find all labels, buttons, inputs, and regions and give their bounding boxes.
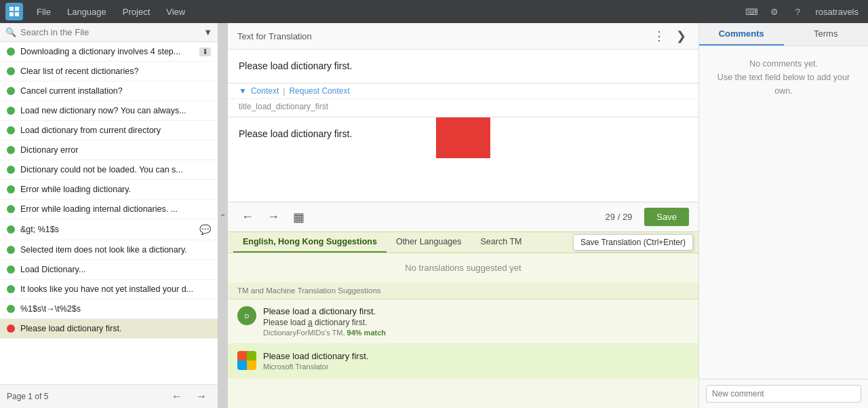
right-panel-body: No comments yet. Use the text field belo…: [699, 46, 868, 379]
sidebar-item[interactable]: Downloading a dictionary involves 4 step…: [0, 42, 218, 62]
sidebar-item-text: Cancel current installation?: [20, 86, 211, 96]
source-text: Please load dictionary first.: [239, 60, 352, 71]
prev-page-button[interactable]: ←: [167, 389, 186, 404]
status-dot: [7, 265, 15, 274]
tab-english-hk[interactable]: English, Hong Kong Suggestions: [233, 232, 387, 253]
suggestion-body-2: Please load dictionary first. Microsoft …: [263, 351, 689, 371]
suggestion-icon-ms: [237, 351, 256, 370]
status-dot: [7, 324, 15, 333]
sidebar-footer: Page 1 of 5 ← →: [0, 384, 218, 408]
tab-search-tm[interactable]: Search TM: [471, 232, 532, 253]
page-count: 29 / 29: [606, 212, 633, 222]
target-text: Please load dictionary first.: [239, 128, 352, 139]
sidebar-item[interactable]: It looks like you have not yet installed…: [0, 280, 218, 299]
sidebar-item[interactable]: Dictionary error: [0, 141, 218, 160]
tab-comments[interactable]: Comments: [699, 23, 784, 45]
status-dot: [7, 107, 15, 115]
sidebar-item-text: Load dictionary from current directory: [20, 126, 211, 135]
search-input[interactable]: [20, 27, 199, 37]
sidebar-item-text: Downloading a dictionary involves 4 step…: [20, 47, 194, 56]
menu-language[interactable]: Language: [60, 4, 113, 20]
translation-title: Text for Translation: [237, 31, 645, 41]
sidebar-item-text: Clear list of recent dictionaries?: [20, 67, 211, 76]
context-row: ▼ Context | Request Context: [228, 84, 698, 99]
status-dot: [7, 305, 15, 313]
status-dot: [7, 146, 15, 154]
suggestions-tabs: English, Hong Kong Suggestions Other Lan…: [228, 232, 698, 253]
status-dot: [7, 225, 15, 234]
user-label: rosatravels: [811, 7, 863, 17]
expand-button[interactable]: ❯: [673, 29, 689, 43]
menu-project[interactable]: Project: [116, 4, 157, 20]
context-toggle[interactable]: ▼: [239, 86, 247, 96]
filter-icon[interactable]: ▼: [203, 27, 212, 37]
save-button[interactable]: Save: [644, 208, 689, 226]
context-link[interactable]: Context: [251, 86, 279, 96]
sidebar-item[interactable]: Load Dictionary...: [0, 260, 218, 280]
collapse-sidebar-button[interactable]: ‹: [218, 23, 228, 408]
translation-controls: ← → ▦ 29 / 29 Save: [228, 202, 698, 231]
suggestion-main-text-1: Please load a dictionary first.: [263, 306, 689, 316]
suggestion-item-2[interactable]: Please load dictionary first. Microsoft …: [228, 344, 698, 378]
sidebar-item[interactable]: Dictionary could not be loaded. You can …: [0, 160, 218, 180]
more-options-button[interactable]: ⋮: [650, 29, 668, 43]
menu-file[interactable]: File: [30, 4, 58, 20]
comment-icon: 💬: [199, 224, 211, 235]
tab-other-languages[interactable]: Other Languages: [387, 232, 471, 253]
status-dot: [7, 48, 15, 56]
status-dot: [7, 205, 15, 213]
translation-area: Text for Translation ⋮ ❯ Please load dic…: [228, 23, 698, 231]
sidebar-item-text: Dictionary could not be loaded. You can …: [20, 165, 211, 174]
tab-terms[interactable]: Terms: [784, 23, 869, 45]
sidebar: 🔍 ▼ Downloading a dictionary involves 4 …: [0, 23, 218, 408]
sidebar-item[interactable]: Cancel current installation?: [0, 81, 218, 101]
menu-view[interactable]: View: [159, 4, 192, 20]
svg-text:D: D: [245, 313, 250, 320]
next-page-button[interactable]: →: [192, 389, 211, 404]
status-dot: [7, 126, 15, 134]
sidebar-item[interactable]: Error while loading dictionary.: [0, 180, 218, 200]
suggestion-icon-1: D: [237, 306, 256, 325]
main-content: Text for Translation ⋮ ❯ Please load dic…: [228, 23, 698, 408]
status-dot: [7, 87, 15, 95]
sidebar-item[interactable]: Clear list of recent dictionaries?: [0, 62, 218, 81]
search-icon: 🔍: [5, 27, 16, 37]
app-icon: [5, 3, 23, 20]
copy-source-button[interactable]: ▦: [289, 208, 309, 226]
suggestions-panel: English, Hong Kong Suggestions Other Lan…: [228, 231, 698, 408]
sidebar-item[interactable]: Load dictionary from current directory: [0, 121, 218, 141]
no-comments-text: No comments yet. Use the text field belo…: [707, 57, 860, 98]
new-comment-input[interactable]: [706, 385, 861, 403]
suggestion-body-1: Please load a dictionary first. Please l…: [263, 306, 689, 337]
sidebar-item[interactable]: %1$s\t→\t%2$s: [0, 299, 218, 319]
page-info: Page 1 of 5: [7, 392, 162, 401]
status-dot: [7, 67, 15, 75]
sidebar-list: Downloading a dictionary involves 4 step…: [0, 42, 218, 384]
status-dot: [7, 285, 15, 293]
main-layout: 🔍 ▼ Downloading a dictionary involves 4 …: [0, 23, 868, 408]
help-icon[interactable]: ?: [788, 2, 807, 21]
context-value: title_load_dictionary_first: [228, 99, 698, 117]
menu-bar: File Language Project View ⌨ ⚙ ? rosatra…: [0, 0, 868, 23]
sidebar-item[interactable]: Selected item does not look like a dicti…: [0, 240, 218, 260]
keyboard-icon[interactable]: ⌨: [742, 2, 761, 21]
suggestion-item-1[interactable]: D Please load a dictionary first. Please…: [228, 299, 698, 344]
status-dot: [7, 246, 15, 254]
sidebar-item[interactable]: Load new dictionary now? You can always.…: [0, 101, 218, 121]
sidebar-item[interactable]: &gt; %1$s💬: [0, 219, 218, 240]
prev-segment-button[interactable]: ←: [237, 208, 258, 225]
no-suggestions-text: No translations suggested yet: [228, 253, 698, 282]
next-segment-button[interactable]: →: [263, 208, 283, 225]
sidebar-item[interactable]: Error while loading internal dictionarie…: [0, 200, 218, 219]
sidebar-item-text: &gt; %1$s: [20, 225, 194, 234]
target-text-box[interactable]: Please load dictionary first.: [228, 117, 698, 151]
sidebar-item-text: It looks like you have not yet installed…: [20, 284, 211, 294]
sidebar-item[interactable]: Please load dictionary first.: [0, 319, 218, 339]
request-context-link[interactable]: Request Context: [289, 86, 349, 96]
svg-rect-2: [9, 12, 14, 16]
sidebar-item-badge: ⬇: [199, 48, 211, 56]
source-text-box: Please load dictionary first.: [228, 50, 698, 84]
svg-rect-1: [15, 7, 19, 11]
suggestion-main-text-2: Please load dictionary first.: [263, 351, 689, 361]
settings-icon[interactable]: ⚙: [765, 2, 784, 21]
